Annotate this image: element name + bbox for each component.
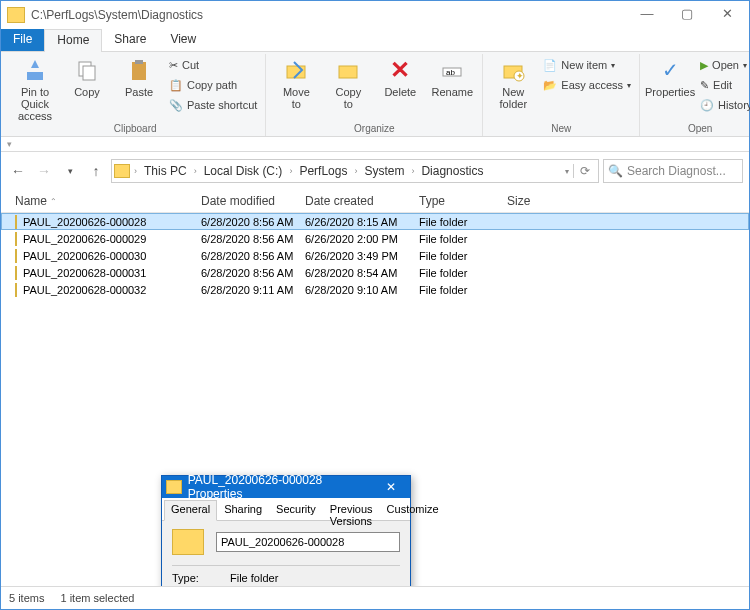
folder-icon (114, 164, 130, 178)
folder-icon (166, 480, 182, 494)
column-created[interactable]: Date created (305, 194, 419, 208)
tab-file[interactable]: File (1, 29, 44, 51)
tab-view[interactable]: View (158, 29, 208, 51)
file-row[interactable]: PAUL_20200626-000028 6/28/2020 8:56 AM 6… (1, 213, 749, 230)
window-title: C:\PerfLogs\System\Diagnostics (31, 8, 203, 22)
breadcrumb[interactable]: PerfLogs (296, 164, 350, 178)
properties-dialog: PAUL_20200626-000028 Properties ✕ Genera… (161, 475, 411, 586)
file-row[interactable]: PAUL_20200628-000031 6/28/2020 8:56 AM 6… (1, 264, 749, 281)
tab-sharing[interactable]: Sharing (217, 500, 269, 520)
tab-customize[interactable]: Customize (380, 500, 446, 520)
move-to-button[interactable]: Move to (270, 54, 322, 123)
status-bar: 5 items 1 item selected (1, 586, 749, 609)
copy-button[interactable]: Copy (61, 54, 113, 123)
file-row[interactable]: PAUL_20200626-000029 6/28/2020 8:56 AM 6… (1, 230, 749, 247)
easy-access-button[interactable]: 📂Easy access▾ (541, 76, 633, 94)
up-button[interactable]: ↑ (85, 160, 107, 182)
group-open-label: Open (644, 123, 750, 136)
copy-to-button[interactable]: Copy to (322, 54, 374, 123)
folder-name-input[interactable] (216, 532, 400, 552)
svg-rect-3 (132, 62, 146, 80)
new-item-icon: 📄 (543, 59, 557, 72)
edit-button[interactable]: ✎Edit (698, 76, 750, 94)
title-bar: C:\PerfLogs\System\Diagnostics — ▢ ✕ (1, 1, 749, 29)
tab-share[interactable]: Share (102, 29, 158, 51)
dialog-close-button[interactable]: ✕ (377, 480, 406, 494)
copy-path-icon: 📋 (169, 79, 183, 92)
dialog-body: Type:File folder Location:C:\PerfLogs\Sy… (162, 521, 410, 586)
recent-button[interactable]: ▾ (59, 160, 81, 182)
group-organize-label: Organize (270, 123, 478, 136)
search-placeholder: Search Diagnost... (627, 164, 726, 178)
folder-icon (15, 215, 17, 229)
folder-icon (15, 232, 17, 246)
svg-rect-6 (339, 66, 357, 78)
tab-security[interactable]: Security (269, 500, 323, 520)
column-name[interactable]: Name ⌃ (15, 194, 201, 208)
group-new-label: New (487, 123, 635, 136)
forward-button[interactable]: → (33, 160, 55, 182)
history-button[interactable]: 🕘History (698, 96, 750, 114)
history-icon: 🕘 (700, 99, 714, 112)
paste-shortcut-button[interactable]: 📎Paste shortcut (167, 96, 259, 114)
folder-icon (15, 283, 17, 297)
rename-button[interactable]: abRename (426, 54, 478, 123)
ribbon: Pin to Quick access Copy Paste ✂Cut 📋Cop… (1, 52, 749, 137)
open-button[interactable]: ▶Open▾ (698, 56, 750, 74)
paste-shortcut-icon: 📎 (169, 99, 183, 112)
scissors-icon: ✂ (169, 59, 178, 72)
folder-icon (172, 529, 204, 555)
search-box[interactable]: 🔍 Search Diagnost... (603, 159, 743, 183)
tab-home[interactable]: Home (44, 29, 102, 52)
search-icon: 🔍 (608, 164, 623, 178)
minimize-button[interactable]: — (627, 3, 667, 27)
breadcrumb[interactable]: Diagnostics (418, 164, 486, 178)
selection-count: 1 item selected (60, 592, 134, 604)
file-row[interactable]: PAUL_20200628-000032 6/28/2020 9:11 AM 6… (1, 281, 749, 298)
delete-button[interactable]: ✕Delete (374, 54, 426, 123)
back-button[interactable]: ← (7, 160, 29, 182)
ribbon-tabs: File Home Share View (1, 29, 749, 52)
address-bar[interactable]: › This PC› Local Disk (C:)› PerfLogs› Sy… (111, 159, 599, 183)
folder-icon (15, 249, 17, 263)
svg-rect-2 (83, 66, 95, 80)
dialog-title-bar[interactable]: PAUL_20200626-000028 Properties ✕ (162, 476, 410, 498)
properties-button[interactable]: ✓Properties (644, 54, 696, 123)
column-headers: Name ⌃ Date modified Date created Type S… (1, 190, 749, 213)
column-modified[interactable]: Date modified (201, 194, 305, 208)
folder-icon (7, 7, 25, 23)
column-size[interactable]: Size (507, 194, 567, 208)
svg-text:✦: ✦ (516, 71, 524, 81)
refresh-button[interactable]: ⟳ (573, 164, 596, 178)
svg-rect-4 (135, 60, 143, 64)
dialog-tabs: General Sharing Security Previous Versio… (162, 498, 410, 521)
column-type[interactable]: Type (419, 194, 507, 208)
breadcrumb[interactable]: This PC (141, 164, 190, 178)
address-dropdown-icon[interactable]: ▾ (561, 167, 573, 176)
folder-icon (15, 266, 17, 280)
group-clipboard-label: Clipboard (9, 123, 261, 136)
easy-access-icon: 📂 (543, 79, 557, 92)
close-button[interactable]: ✕ (707, 3, 747, 27)
maximize-button[interactable]: ▢ (667, 3, 707, 27)
tab-general[interactable]: General (164, 500, 217, 521)
dialog-title: PAUL_20200626-000028 Properties (188, 473, 377, 501)
new-item-button[interactable]: 📄New item▾ (541, 56, 633, 74)
file-row[interactable]: PAUL_20200626-000030 6/28/2020 8:56 AM 6… (1, 247, 749, 264)
tab-previous-versions[interactable]: Previous Versions (323, 500, 380, 520)
quick-access-bar: ▾ (1, 137, 749, 152)
item-count: 5 items (9, 592, 44, 604)
edit-icon: ✎ (700, 79, 709, 92)
open-icon: ▶ (700, 59, 708, 72)
new-folder-button[interactable]: ✦New folder (487, 54, 539, 123)
nav-bar: ← → ▾ ↑ › This PC› Local Disk (C:)› Perf… (1, 152, 749, 190)
svg-rect-0 (27, 72, 43, 80)
breadcrumb[interactable]: Local Disk (C:) (201, 164, 286, 178)
svg-text:ab: ab (446, 68, 455, 77)
pin-to-quick-access-button[interactable]: Pin to Quick access (9, 54, 61, 123)
cut-button[interactable]: ✂Cut (167, 56, 259, 74)
copy-path-button[interactable]: 📋Copy path (167, 76, 259, 94)
paste-button[interactable]: Paste (113, 54, 165, 123)
breadcrumb[interactable]: System (361, 164, 407, 178)
file-list: PAUL_20200626-000028 6/28/2020 8:56 AM 6… (1, 213, 749, 586)
